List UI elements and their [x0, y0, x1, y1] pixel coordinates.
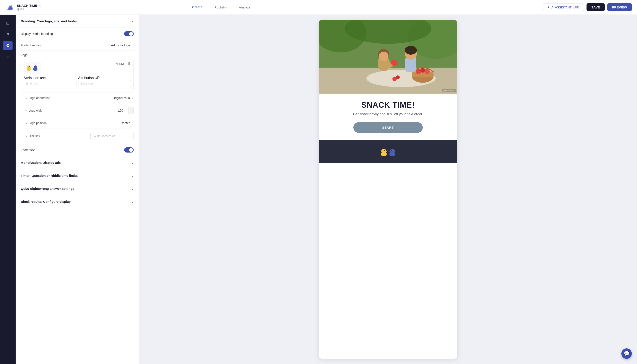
logo-width-down-btn[interactable]: ▼: [129, 110, 134, 114]
block-results-section-header[interactable]: Block results: Configure display ⌄: [16, 195, 139, 208]
logo-width-input-wrap: ▲ ▼: [111, 107, 134, 114]
icon-sidebar: ⊞ ⚑ ⚙ ⇗: [0, 15, 16, 364]
attribution-url-col: Attribution URL: [78, 76, 131, 87]
logo-section: Logo: [21, 51, 134, 93]
footer-branding-label: Footer branding: [21, 44, 42, 47]
branding-section-content: Display Riddle branding Footer branding …: [16, 28, 139, 156]
footer-text-toggle[interactable]: [124, 147, 134, 152]
timer-section-title: Timer: Question or Riddle time limits: [21, 174, 78, 178]
logo-width-row: ↳ Logo width ▲ ▼: [21, 103, 134, 118]
save-button[interactable]: SAVE: [586, 3, 605, 11]
tab-analyze[interactable]: Analyze: [233, 4, 256, 11]
block-results-chevron-icon: ⌄: [131, 200, 134, 204]
svg-marker-4: [30, 66, 32, 68]
logo-edit-button[interactable]: ✎ EDIT: [116, 62, 126, 66]
quiz-body: SNACK TIME! Get snack-savvy and 10% off …: [319, 94, 458, 140]
logo-card-top: ✎ EDIT 🗑: [24, 62, 131, 74]
chat-bubble[interactable]: 💬: [622, 348, 632, 359]
svg-rect-17: [412, 72, 434, 77]
logo-card: ✎ EDIT 🗑 Attribution text Attribution: [21, 59, 134, 90]
attribution-text-input[interactable]: [24, 80, 76, 87]
attribution-url-label: Attribution URL: [78, 76, 102, 80]
quiz-hero-image: pexels.com: [319, 20, 458, 94]
sidebar-btn-flag[interactable]: ⚑: [3, 30, 12, 39]
logo-delete-button[interactable]: 🗑: [128, 62, 131, 66]
logo-width-up-btn[interactable]: ▲: [129, 107, 134, 110]
logo-bird-svg: [24, 62, 40, 73]
footer-text-row: Footer text: [21, 144, 134, 156]
logo-position-dropdown[interactable]: Center ⌄: [121, 121, 134, 125]
display-riddle-toggle[interactable]: [124, 31, 134, 36]
hero-illustration: [319, 20, 458, 94]
svg-marker-33: [386, 150, 388, 152]
nav-tabs: Create Publish Analyze: [186, 4, 256, 11]
logo-position-chevron-icon: ⌄: [131, 121, 134, 125]
footer-logo-svg: [377, 145, 399, 158]
svg-marker-8: [32, 66, 34, 68]
logo-orientation-dropdown[interactable]: Original ratio ⌄: [113, 96, 134, 100]
logo-position-value: Center: [121, 121, 130, 125]
svg-marker-37: [388, 150, 390, 152]
info-icon[interactable]: ℹ: [23, 7, 24, 11]
monetization-chevron-icon: ⌄: [131, 160, 134, 165]
edit-name-icon[interactable]: ✎: [38, 4, 41, 7]
logo-area: SNACK TIME ✎ Quiz ℹ: [5, 2, 41, 12]
logo-edit-label: EDIT: [119, 62, 126, 66]
timer-section-header[interactable]: Timer: Question or Riddle time limits ⌄: [16, 169, 139, 182]
attribution-text-col: Attribution text: [24, 76, 76, 87]
svg-point-36: [390, 149, 395, 154]
main-layout: ⊞ ⚑ ⚙ ⇗ Branding: Your logo, ads, and fo…: [0, 15, 637, 364]
quiz-start-button[interactable]: START: [354, 122, 423, 133]
svg-point-9: [34, 66, 35, 67]
tab-create[interactable]: Create: [186, 4, 208, 11]
footer-branding-value: Add your logo: [111, 44, 130, 47]
quiz-subtitle: Get snack-savvy and 10% off your next or…: [328, 112, 449, 116]
logo-position-label: ↳ Logo position: [25, 121, 46, 125]
svg-point-20: [424, 69, 430, 74]
display-riddle-label: Display Riddle branding: [21, 32, 53, 36]
sidebar-btn-share[interactable]: ⇗: [3, 52, 12, 62]
ai-shortcut: ⌘K: [573, 6, 580, 9]
logo-card-actions: ✎ EDIT 🗑: [116, 62, 131, 66]
display-riddle-branding-row: Display Riddle branding: [21, 28, 134, 40]
footer-branding-chevron-icon: ⌄: [131, 44, 134, 47]
url-link-input[interactable]: [90, 132, 134, 140]
timer-chevron-icon: ⌄: [131, 174, 134, 178]
sidebar-btn-grid[interactable]: ⊞: [3, 18, 12, 28]
url-link-row: ↳ URL link: [21, 128, 134, 144]
url-link-label: ↳ URL link: [25, 134, 40, 138]
attribution-text-label: Attribution text: [24, 76, 46, 80]
quiz-preview: pexels.com SNACK TIME! Get snack-savvy a…: [319, 20, 458, 359]
branding-section-title: Branding: Your logo, ads, and footer: [21, 19, 77, 23]
ai-assistant-button[interactable]: ✦ AI ASSISTANT ⌘K: [543, 3, 584, 11]
block-results-section-title: Block results: Configure display: [21, 200, 71, 204]
svg-point-32: [381, 149, 386, 154]
preview-button[interactable]: PREVIEW: [607, 3, 632, 11]
svg-point-5: [29, 66, 30, 67]
svg-point-23: [379, 52, 388, 61]
indent-arrow3-icon: ↳: [25, 122, 27, 124]
logo-orientation-row: ↳ Logo orientation Original ratio ⌄: [21, 93, 134, 103]
monetization-section-header[interactable]: Monetization: Display ads ⌄: [16, 156, 139, 169]
attribution-url-input[interactable]: [78, 80, 131, 87]
quiz-chevron-icon: ⌄: [131, 186, 134, 191]
sidebar-btn-gear[interactable]: ⚙: [3, 41, 12, 50]
svg-point-18: [416, 69, 421, 74]
svg-point-7: [34, 66, 37, 68]
top-nav: SNACK TIME ✎ Quiz ℹ Create Publish Analy…: [0, 0, 637, 15]
quiz-section-header[interactable]: Quiz: Right/wrong answer settings ⌄: [16, 182, 139, 195]
svg-point-34: [384, 150, 385, 151]
svg-point-3: [27, 66, 30, 68]
branding-section-header[interactable]: Branding: Your logo, ads, and footer ∧: [16, 15, 139, 28]
nav-actions: ✦ AI ASSISTANT ⌘K SAVE PREVIEW: [543, 3, 632, 11]
tab-publish[interactable]: Publish: [208, 4, 233, 11]
logo-width-input[interactable]: [111, 107, 128, 114]
app-type: Quiz ℹ: [17, 7, 41, 11]
quiz-section-title: Quiz: Right/wrong answer settings: [21, 187, 74, 190]
svg-point-28: [405, 46, 417, 54]
svg-point-38: [391, 150, 392, 151]
footer-branding-row: Footer branding Add your logo ⌄: [21, 40, 134, 51]
footer-branding-dropdown[interactable]: Add your logo ⌄: [111, 44, 134, 47]
svg-point-25: [391, 60, 397, 66]
logo-width-label: ↳ Logo width: [25, 109, 43, 112]
